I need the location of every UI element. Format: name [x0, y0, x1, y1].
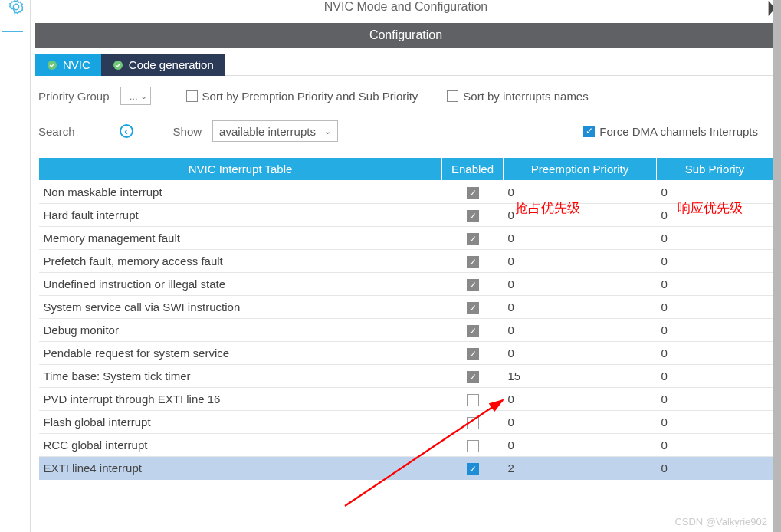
- nvic-interrupt-table: NVIC Interrupt Table Enabled Preemption …: [38, 157, 773, 480]
- force-dma-label: Force DMA channels Interrupts: [599, 125, 758, 138]
- cell-name: Flash global interrupt: [39, 411, 442, 434]
- sort-by-names-checkbox[interactable]: Sort by interrupts names: [447, 90, 588, 103]
- checkbox-box: [186, 90, 198, 102]
- enabled-checkbox[interactable]: [467, 348, 479, 360]
- table-row[interactable]: Undefined instruction or illegal state00: [39, 273, 773, 296]
- cell-sub[interactable]: 0: [657, 227, 773, 250]
- search-label: Search: [38, 125, 75, 138]
- cell-preemption[interactable]: 0: [504, 250, 657, 273]
- cell-sub[interactable]: 0: [657, 296, 773, 319]
- enabled-checkbox[interactable]: [467, 394, 479, 406]
- force-dma-checkbox[interactable]: ✓ Force DMA channels Interrupts: [583, 125, 758, 138]
- sort-by-names-label: Sort by interrupts names: [463, 90, 588, 103]
- chevron-down-icon: ⌄: [324, 126, 331, 136]
- table-row[interactable]: Memory management fault00: [39, 227, 773, 250]
- table-row[interactable]: Debug monitor00: [39, 319, 773, 342]
- enabled-checkbox[interactable]: [467, 256, 479, 268]
- cell-name: Undefined instruction or illegal state: [39, 273, 442, 296]
- table-row[interactable]: Flash global interrupt00: [39, 411, 773, 434]
- cell-enabled[interactable]: [442, 342, 504, 365]
- tab-nvic[interactable]: NVIC: [35, 54, 101, 76]
- controls-row-1: Priority Group ... ⌄ Sort by Premption P…: [31, 76, 781, 105]
- cell-name: EXTI line4 interrupt: [39, 457, 442, 480]
- tab-codegen-label: Code generation: [129, 58, 214, 71]
- enabled-checkbox[interactable]: [467, 325, 479, 337]
- table-row[interactable]: Hard fault interrupt00: [39, 204, 773, 227]
- cell-enabled[interactable]: [442, 273, 504, 296]
- enabled-checkbox[interactable]: [467, 233, 479, 245]
- cell-sub[interactable]: 0: [657, 388, 773, 411]
- show-select[interactable]: available interrupts ⌄: [212, 120, 338, 142]
- cell-enabled[interactable]: [442, 434, 504, 457]
- enabled-checkbox[interactable]: [467, 210, 479, 222]
- right-scrollbar-edge[interactable]: [773, 0, 781, 532]
- cell-sub[interactable]: 0: [657, 434, 773, 457]
- cell-enabled[interactable]: [442, 411, 504, 434]
- cell-preemption[interactable]: 0: [504, 227, 657, 250]
- cell-preemption[interactable]: 2: [504, 457, 657, 480]
- tab-code-generation[interactable]: Code generation: [101, 54, 225, 76]
- search-back-icon[interactable]: [120, 124, 133, 138]
- cell-name: Debug monitor: [39, 319, 442, 342]
- cell-preemption[interactable]: 0: [504, 273, 657, 296]
- priority-group-select[interactable]: ... ⌄: [120, 87, 151, 105]
- cell-name: Pendable request for system service: [39, 342, 442, 365]
- cell-preemption[interactable]: 15: [504, 365, 657, 388]
- priority-group-label: Priority Group: [38, 90, 110, 103]
- cell-preemption[interactable]: 0: [504, 388, 657, 411]
- check-circle-icon: [112, 59, 124, 71]
- enabled-checkbox[interactable]: [467, 302, 479, 314]
- cell-sub[interactable]: 0: [657, 273, 773, 296]
- cell-preemption[interactable]: 0: [504, 434, 657, 457]
- cell-sub[interactable]: 0: [657, 342, 773, 365]
- th-sub[interactable]: Sub Priority: [657, 158, 773, 181]
- enabled-checkbox[interactable]: [467, 440, 479, 452]
- sort-by-priority-checkbox[interactable]: Sort by Premption Priority and Sub Prior…: [186, 90, 418, 103]
- cell-name: Non maskable interrupt: [39, 181, 442, 204]
- cell-preemption[interactable]: 0: [504, 319, 657, 342]
- enabled-checkbox[interactable]: [467, 187, 479, 199]
- cell-sub[interactable]: 0: [657, 250, 773, 273]
- table-row[interactable]: PVD interrupt through EXTI line 1600: [39, 388, 773, 411]
- cell-enabled[interactable]: [442, 181, 504, 204]
- table-row[interactable]: Prefetch fault, memory access fault00: [39, 250, 773, 273]
- table-row[interactable]: RCC global interrupt00: [39, 434, 773, 457]
- table-row[interactable]: Pendable request for system service00: [39, 342, 773, 365]
- cell-name: Prefetch fault, memory access fault: [39, 250, 442, 273]
- enabled-checkbox[interactable]: [467, 371, 479, 383]
- configuration-banner: Configuration: [35, 23, 776, 48]
- cell-enabled[interactable]: [442, 365, 504, 388]
- annotation-preempt-cn: 抢占优先级: [515, 199, 580, 217]
- th-enabled[interactable]: Enabled: [442, 158, 504, 181]
- cell-sub[interactable]: 0: [657, 411, 773, 434]
- enabled-checkbox[interactable]: [467, 463, 479, 475]
- table-row[interactable]: Time base: System tick timer150: [39, 365, 773, 388]
- annotation-sub-cn: 响应优先级: [678, 199, 743, 217]
- table-row[interactable]: System service call via SWI instruction0…: [39, 296, 773, 319]
- cell-sub[interactable]: 0: [657, 365, 773, 388]
- cell-preemption[interactable]: 0: [504, 411, 657, 434]
- cell-enabled[interactable]: [442, 204, 504, 227]
- check-circle-icon: [46, 59, 58, 71]
- cell-enabled[interactable]: [442, 250, 504, 273]
- table-row[interactable]: Non maskable interrupt00: [39, 181, 773, 204]
- cell-name: RCC global interrupt: [39, 434, 442, 457]
- enabled-checkbox[interactable]: [467, 417, 479, 429]
- page-title-bar: NVIC Mode and Configuration: [31, 0, 781, 23]
- gear-icon[interactable]: [8, 0, 25, 18]
- enabled-checkbox[interactable]: [467, 279, 479, 291]
- table-row[interactable]: EXTI line4 interrupt20: [39, 457, 773, 480]
- controls-row-2: Search Show available interrupts ⌄ ✓ For…: [31, 105, 781, 157]
- tab-nvic-label: NVIC: [63, 58, 90, 71]
- th-name[interactable]: NVIC Interrupt Table: [39, 158, 442, 181]
- cell-enabled[interactable]: [442, 457, 504, 480]
- cell-enabled[interactable]: [442, 227, 504, 250]
- cell-enabled[interactable]: [442, 296, 504, 319]
- cell-sub[interactable]: 0: [657, 457, 773, 480]
- cell-enabled[interactable]: [442, 388, 504, 411]
- cell-preemption[interactable]: 0: [504, 296, 657, 319]
- cell-enabled[interactable]: [442, 319, 504, 342]
- th-preemption[interactable]: Preemption Priority: [504, 158, 657, 181]
- cell-preemption[interactable]: 0: [504, 342, 657, 365]
- cell-sub[interactable]: 0: [657, 319, 773, 342]
